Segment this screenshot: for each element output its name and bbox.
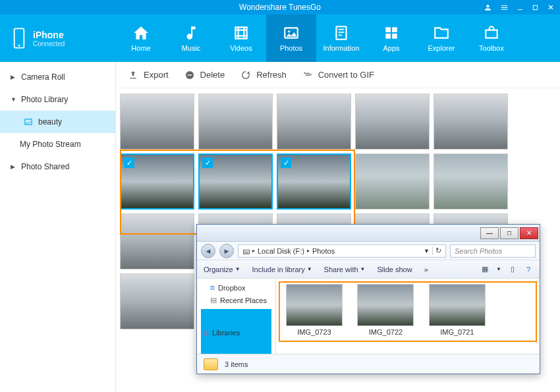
nav-information[interactable]: Information: [316, 14, 366, 62]
svg-rect-4: [336, 26, 346, 40]
nav-label: Home: [131, 44, 150, 52]
window-controls: [484, 0, 555, 14]
nav-label: Apps: [383, 44, 399, 52]
sidebar-album-beauty[interactable]: beauty: [0, 111, 115, 133]
status-text: 3 items: [225, 360, 248, 368]
nav-label: Toolbox: [479, 44, 504, 52]
delete-button[interactable]: Delete: [184, 70, 225, 80]
path-segment[interactable]: Local Disk (F:): [258, 247, 304, 255]
convert-gif-button[interactable]: Convert to GIF: [302, 70, 374, 80]
maximize-button[interactable]: [532, 4, 539, 11]
nav-label: Music: [182, 44, 201, 52]
file-selection-highlight: [279, 281, 537, 342]
view-icon[interactable]: ▦: [480, 265, 490, 274]
sidebar-camera-roll[interactable]: ▶Camera Roll: [0, 66, 115, 88]
explorer-files: IMG_0723 IMG_0722 IMG_0721: [276, 279, 540, 354]
nav-home[interactable]: Home: [116, 14, 166, 62]
photo-thumb[interactable]: [434, 94, 508, 150]
export-button[interactable]: Export: [128, 70, 169, 80]
library-icon: ▣: [202, 329, 209, 337]
svg-rect-9: [486, 30, 497, 38]
svg-point-3: [288, 30, 290, 32]
tree-dropbox[interactable]: ⧈Dropbox: [201, 281, 271, 294]
svg-rect-8: [392, 34, 397, 39]
chevron-right-icon: ▶: [11, 74, 16, 80]
minimize-button[interactable]: [517, 4, 524, 11]
app-title: Wondershare TunesGo: [239, 3, 321, 12]
photo-thumb-selected[interactable]: [120, 154, 194, 210]
help-icon[interactable]: ?: [524, 265, 533, 274]
nav-explorer[interactable]: Explorer: [416, 14, 466, 62]
sidebar-label: beauty: [38, 117, 62, 126]
photo-thumb-selected[interactable]: [198, 154, 273, 210]
nav-label: Explorer: [428, 44, 455, 52]
folder-icon: [204, 358, 218, 370]
btn-label: Refresh: [256, 70, 287, 80]
explorer-close[interactable]: ✕: [520, 227, 538, 239]
photo-thumb[interactable]: [120, 213, 194, 269]
menu-icon[interactable]: [500, 3, 509, 12]
svg-rect-5: [385, 27, 391, 32]
nav-toolbox[interactable]: Toolbox: [466, 14, 517, 62]
nav-label: Information: [323, 44, 359, 52]
slideshow-button[interactable]: Slide show: [377, 266, 412, 273]
preview-pane-icon[interactable]: ▯: [508, 265, 517, 274]
photo-thumb[interactable]: [355, 94, 430, 150]
share-menu[interactable]: Share with▼: [324, 266, 366, 273]
tree-libraries[interactable]: ▣Libraries: [201, 309, 271, 354]
explorer-titlebar[interactable]: — □ ✕: [197, 225, 540, 242]
check-icon: [281, 157, 291, 168]
sidebar-photo-library[interactable]: ▼Photo Library: [0, 88, 115, 111]
svg-rect-6: [392, 27, 397, 32]
explorer-minimize[interactable]: —: [480, 227, 499, 239]
nav-photos[interactable]: Photos: [266, 14, 316, 62]
photo-thumb[interactable]: [198, 94, 273, 150]
nav-music[interactable]: Music: [166, 14, 216, 62]
explorer-tree: ⧈Dropbox ▤Recent Places ▣Libraries ▢Docu…: [197, 279, 276, 354]
more-button[interactable]: »: [424, 266, 428, 273]
sidebar-label: Photo Shared: [21, 162, 69, 171]
path-segment[interactable]: Photos: [312, 247, 335, 255]
btn-label: Convert to GIF: [318, 70, 374, 80]
image-icon: [24, 117, 33, 126]
organize-menu[interactable]: Organize▼: [204, 266, 240, 273]
nav-videos[interactable]: Videos: [216, 14, 266, 62]
nav-tabs: Home Music Videos Photos Information App…: [116, 14, 560, 62]
explorer-body: ⧈Dropbox ▤Recent Places ▣Libraries ▢Docu…: [197, 279, 540, 354]
refresh-button[interactable]: Refresh: [240, 70, 287, 80]
photo-thumb-selected[interactable]: [277, 154, 351, 210]
include-library-menu[interactable]: Include in library▼: [252, 266, 312, 273]
photo-thumb[interactable]: [277, 94, 351, 150]
close-button[interactable]: [547, 3, 555, 11]
photo-thumb[interactable]: [434, 154, 508, 210]
chevron-right-icon: ▶: [11, 163, 16, 170]
forward-button[interactable]: ►: [219, 244, 234, 258]
back-button[interactable]: ◄: [201, 244, 215, 258]
photo-thumb[interactable]: [120, 94, 194, 150]
check-icon: [124, 157, 134, 168]
refresh-icon[interactable]: ↻: [432, 246, 441, 255]
user-icon[interactable]: [484, 3, 492, 12]
check-icon: [202, 157, 213, 168]
chevron-down-icon: ▼: [11, 96, 16, 103]
path-breadcrumb[interactable]: 🖴 ▸ Local Disk (F:) ▸ Photos ▼ ↻: [238, 244, 446, 258]
explorer-search[interactable]: Search Photos: [450, 244, 536, 258]
sidebar-label: Camera Roll: [21, 72, 65, 82]
device-name: iPhone: [33, 30, 65, 40]
device-panel[interactable]: iPhone Connected: [0, 14, 116, 62]
sidebar-photo-shared[interactable]: ▶Photo Shared: [0, 155, 115, 178]
tree-recent[interactable]: ▤Recent Places: [201, 294, 271, 306]
nav-apps[interactable]: Apps: [366, 14, 416, 62]
explorer-maximize[interactable]: □: [500, 227, 518, 239]
header-nav: iPhone Connected Home Music Videos Photo…: [0, 14, 560, 62]
chevron-down-icon[interactable]: ▼: [424, 248, 430, 254]
photo-thumb[interactable]: [120, 273, 194, 329]
btn-label: Delete: [200, 70, 225, 80]
explorer-window: — □ ✕ ◄ ► 🖴 ▸ Local Disk (F:) ▸ Photos ▼…: [196, 224, 540, 374]
sidebar-my-stream[interactable]: My Photo Stream: [0, 133, 115, 155]
nav-label: Videos: [230, 44, 252, 52]
dropbox-icon: ⧈: [210, 283, 215, 292]
photo-thumb[interactable]: [355, 154, 430, 210]
explorer-statusbar: 3 items: [197, 354, 540, 374]
recent-icon: ▤: [210, 296, 217, 304]
